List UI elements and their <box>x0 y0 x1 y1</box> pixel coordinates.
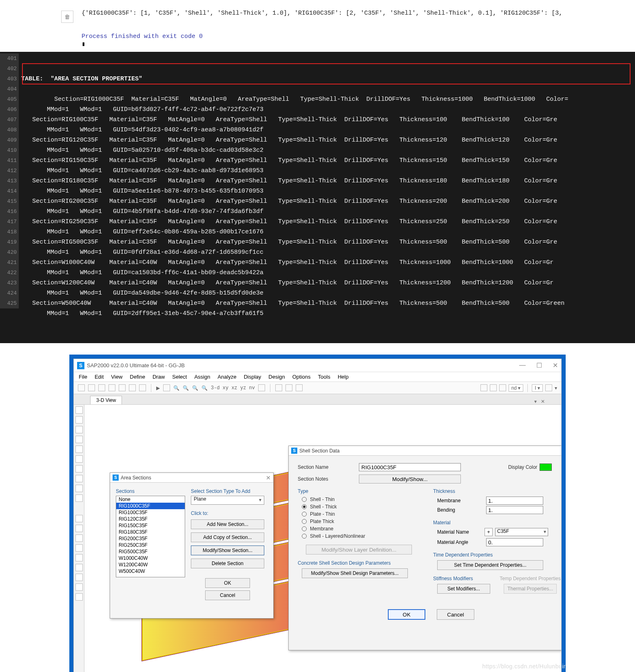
area-icon[interactable] <box>75 446 83 453</box>
type-radio[interactable] <box>302 512 307 517</box>
tool-icon[interactable] <box>75 544 83 552</box>
toolbar-icon[interactable] <box>285 384 292 391</box>
tool-icon[interactable] <box>75 455 83 463</box>
toolbar-icon[interactable] <box>78 384 85 391</box>
tool-icon[interactable] <box>75 465 83 472</box>
zoom-all-icon[interactable]: 🔍 <box>201 385 208 391</box>
type-radio[interactable] <box>302 519 307 524</box>
toolbar-icon[interactable] <box>499 384 506 391</box>
toolbar-icon[interactable] <box>275 384 282 391</box>
toolbar-icon[interactable] <box>119 384 126 391</box>
trash-icon[interactable]: 🗑 <box>61 11 73 23</box>
tool-icon[interactable] <box>75 534 83 542</box>
list-item[interactable]: W1000C40W <box>116 555 185 561</box>
menu-assign[interactable]: Assign <box>194 374 210 380</box>
toolbar-icon[interactable] <box>545 384 552 391</box>
tool-icon[interactable] <box>75 525 83 532</box>
list-item[interactable]: RIG250C35F <box>116 542 185 548</box>
add-copy-section-button[interactable]: Add Copy of Section... <box>191 532 264 542</box>
tool-icon[interactable] <box>75 583 83 591</box>
tool-icon[interactable] <box>75 564 83 571</box>
nd-dropdown[interactable]: nd ▾ <box>509 384 524 392</box>
menu-select[interactable]: Select <box>172 374 187 380</box>
membrane-input[interactable] <box>486 497 543 505</box>
section-name-input[interactable] <box>359 463 461 471</box>
toolbar-icon[interactable] <box>108 384 115 391</box>
menu-edit[interactable]: Edit <box>95 374 104 380</box>
toolbar-icon[interactable] <box>296 384 303 391</box>
menu-analyze[interactable]: Analyze <box>217 374 236 380</box>
notes-modify-show-button[interactable]: Modify/Show... <box>359 475 461 483</box>
add-new-section-button[interactable]: Add New Section... <box>191 519 264 529</box>
type-radio[interactable] <box>302 497 307 502</box>
display-color-swatch[interactable] <box>540 464 552 471</box>
list-item[interactable]: RIG100C35F <box>116 509 185 516</box>
list-item[interactable]: RIG150C35F <box>116 522 185 529</box>
line-icon[interactable] <box>75 426 83 433</box>
maximize-icon[interactable]: ☐ <box>536 362 542 369</box>
toolbar-icon[interactable] <box>490 384 497 391</box>
material-angle-input[interactable] <box>486 538 543 546</box>
type-radio[interactable] <box>302 534 307 539</box>
cancel-button[interactable]: Cancel <box>437 609 474 620</box>
menu-options[interactable]: Options <box>292 374 311 380</box>
list-item[interactable]: RIG180C35F <box>116 529 185 535</box>
menu-display[interactable]: Display <box>244 374 261 380</box>
dialog-close-icon[interactable]: ✕ <box>266 475 271 481</box>
list-item[interactable]: RIG1000C35F <box>116 503 185 509</box>
delete-section-button[interactable]: Delete Section <box>191 559 264 568</box>
pointer-icon[interactable] <box>75 406 83 414</box>
tool-icon[interactable] <box>75 495 83 502</box>
list-item[interactable]: W1200C40W <box>116 561 185 568</box>
set-modifiers-button[interactable]: Set Modifiers... <box>437 584 490 594</box>
type-radio[interactable] <box>302 526 307 531</box>
material-name-select[interactable]: C35F <box>495 528 548 536</box>
menu-tools[interactable]: Tools <box>318 374 330 380</box>
toolbar-icon[interactable] <box>480 384 487 391</box>
toolbar-icon[interactable] <box>88 384 95 391</box>
view-3d-label[interactable]: 3-d xy xz yz nv <box>211 385 255 391</box>
list-item[interactable]: RIG120C35F <box>116 516 185 522</box>
close-icon[interactable]: ✕ <box>553 362 558 369</box>
draw-icon[interactable] <box>75 436 83 443</box>
tool-icon[interactable] <box>75 593 83 601</box>
run-icon[interactable]: ▶ <box>156 385 160 391</box>
menu-draw[interactable]: Draw <box>153 374 165 380</box>
set-time-dependent-button[interactable]: Set Time Dependent Properties... <box>437 560 543 570</box>
tool-icon[interactable] <box>75 485 83 492</box>
type-radio[interactable] <box>302 504 307 509</box>
menu-file[interactable]: File <box>79 374 87 380</box>
ok-button[interactable]: OK <box>388 609 425 620</box>
bending-input[interactable] <box>486 506 543 514</box>
tool-icon[interactable] <box>75 475 83 482</box>
list-item[interactable]: None <box>116 496 185 503</box>
tool-icon[interactable] <box>75 515 83 522</box>
toolbar-icon[interactable] <box>98 384 105 391</box>
zoom-out-icon[interactable]: 🔍 <box>183 385 189 391</box>
list-item[interactable]: RIG500C35F <box>116 548 185 555</box>
menu-define[interactable]: Define <box>130 374 145 380</box>
toolbar-icon[interactable] <box>163 384 170 391</box>
tool-icon[interactable] <box>75 574 83 581</box>
zoom-fit-icon[interactable]: 🔍 <box>192 385 198 391</box>
menu-design[interactable]: Design <box>268 374 285 380</box>
modify-show-section-button[interactable]: Modify/Show Section... <box>191 546 264 555</box>
list-item[interactable]: W500C40W <box>116 568 185 574</box>
toolbar-icon[interactable] <box>139 384 146 391</box>
tool-icon[interactable] <box>75 554 83 561</box>
minimize-icon[interactable]: — <box>519 362 526 369</box>
toolbar-icon[interactable] <box>258 384 265 391</box>
section-type-select[interactable]: Plane <box>191 496 264 505</box>
ok-button[interactable]: OK <box>205 578 250 588</box>
cancel-button[interactable]: Cancel <box>205 590 250 600</box>
add-material-button[interactable]: + <box>485 528 493 536</box>
list-item[interactable]: RIG200C35F <box>116 535 185 542</box>
shell-design-params-button[interactable]: Modify/Show Shell Design Parameters... <box>302 568 408 578</box>
select-icon[interactable] <box>75 416 83 424</box>
i-dropdown[interactable]: I ▾ <box>532 384 543 392</box>
menu-help[interactable]: Help <box>338 374 349 380</box>
tab-3d-view[interactable]: 3-D View <box>90 396 122 404</box>
toolbar-icon[interactable] <box>129 384 136 391</box>
menu-view[interactable]: View <box>111 374 122 380</box>
sections-listbox[interactable]: NoneRIG1000C35FRIG100C35FRIG120C35FRIG15… <box>116 496 185 577</box>
